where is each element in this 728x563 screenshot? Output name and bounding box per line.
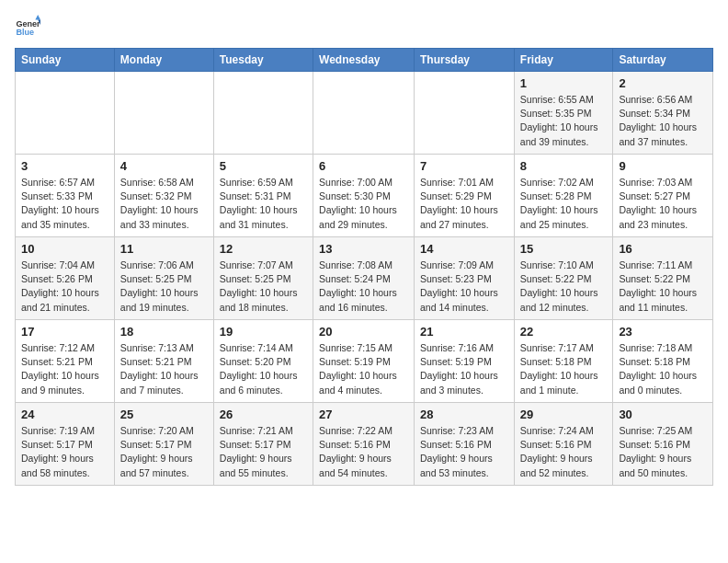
calendar-cell <box>16 72 115 155</box>
svg-text:General: General <box>16 19 40 29</box>
day-number: 23 <box>619 325 707 339</box>
day-number: 10 <box>21 242 108 256</box>
calendar-week-row: 17Sunrise: 7:12 AM Sunset: 5:21 PM Dayli… <box>16 320 713 403</box>
day-info: Sunrise: 7:09 AM Sunset: 5:23 PM Dayligh… <box>420 259 508 315</box>
calendar-cell: 7Sunrise: 7:01 AM Sunset: 5:29 PM Daylig… <box>415 155 515 237</box>
calendar-week-row: 24Sunrise: 7:19 AM Sunset: 5:17 PM Dayli… <box>16 403 713 486</box>
calendar-header-tuesday: Tuesday <box>213 49 313 72</box>
calendar-week-row: 10Sunrise: 7:04 AM Sunset: 5:26 PM Dayli… <box>16 237 713 320</box>
day-info: Sunrise: 7:13 AM Sunset: 5:21 PM Dayligh… <box>120 341 208 397</box>
calendar-cell: 29Sunrise: 7:24 AM Sunset: 5:16 PM Dayli… <box>514 403 613 486</box>
day-number: 4 <box>120 159 208 173</box>
calendar-cell <box>415 72 515 155</box>
day-info: Sunrise: 7:07 AM Sunset: 5:25 PM Dayligh… <box>220 259 307 315</box>
calendar-header-wednesday: Wednesday <box>313 49 415 72</box>
day-number: 25 <box>120 408 208 421</box>
calendar-cell <box>313 72 415 155</box>
calendar-cell: 19Sunrise: 7:14 AM Sunset: 5:20 PM Dayli… <box>213 320 313 403</box>
day-number: 20 <box>319 325 408 339</box>
calendar-cell: 5Sunrise: 6:59 AM Sunset: 5:31 PM Daylig… <box>213 155 313 237</box>
day-number: 6 <box>319 159 408 173</box>
day-info: Sunrise: 7:14 AM Sunset: 5:20 PM Dayligh… <box>220 341 307 397</box>
calendar-header-thursday: Thursday <box>415 49 515 72</box>
calendar-header-saturday: Saturday <box>613 49 713 72</box>
calendar-cell: 10Sunrise: 7:04 AM Sunset: 5:26 PM Dayli… <box>16 237 115 320</box>
day-number: 24 <box>21 408 108 421</box>
page-header: General Blue <box>15 15 713 40</box>
calendar-cell: 15Sunrise: 7:10 AM Sunset: 5:22 PM Dayli… <box>514 237 613 320</box>
day-number: 17 <box>21 325 108 339</box>
calendar-header-monday: Monday <box>114 49 213 72</box>
day-info: Sunrise: 6:57 AM Sunset: 5:33 PM Dayligh… <box>21 176 108 232</box>
calendar-cell: 24Sunrise: 7:19 AM Sunset: 5:17 PM Dayli… <box>16 403 115 486</box>
calendar-header-row: SundayMondayTuesdayWednesdayThursdayFrid… <box>16 49 713 72</box>
calendar-week-row: 3Sunrise: 6:57 AM Sunset: 5:33 PM Daylig… <box>16 155 713 237</box>
day-info: Sunrise: 7:22 AM Sunset: 5:16 PM Dayligh… <box>319 424 408 480</box>
day-info: Sunrise: 7:12 AM Sunset: 5:21 PM Dayligh… <box>21 341 108 397</box>
calendar-cell: 3Sunrise: 6:57 AM Sunset: 5:33 PM Daylig… <box>16 155 115 237</box>
calendar-cell: 26Sunrise: 7:21 AM Sunset: 5:17 PM Dayli… <box>213 403 313 486</box>
day-info: Sunrise: 7:21 AM Sunset: 5:17 PM Dayligh… <box>220 424 307 480</box>
day-info: Sunrise: 7:10 AM Sunset: 5:22 PM Dayligh… <box>520 259 608 315</box>
day-info: Sunrise: 7:01 AM Sunset: 5:29 PM Dayligh… <box>420 176 508 232</box>
day-number: 2 <box>619 76 707 90</box>
day-info: Sunrise: 7:08 AM Sunset: 5:24 PM Dayligh… <box>319 259 408 315</box>
day-number: 12 <box>220 242 307 256</box>
day-number: 30 <box>619 408 707 421</box>
day-info: Sunrise: 7:23 AM Sunset: 5:16 PM Dayligh… <box>420 424 508 480</box>
day-number: 9 <box>619 159 707 173</box>
day-number: 3 <box>21 159 108 173</box>
calendar-cell: 21Sunrise: 7:16 AM Sunset: 5:19 PM Dayli… <box>415 320 515 403</box>
calendar-cell <box>114 72 213 155</box>
calendar-week-row: 1Sunrise: 6:55 AM Sunset: 5:35 PM Daylig… <box>16 72 713 155</box>
calendar-cell: 27Sunrise: 7:22 AM Sunset: 5:16 PM Dayli… <box>313 403 415 486</box>
day-info: Sunrise: 7:20 AM Sunset: 5:17 PM Dayligh… <box>120 424 208 480</box>
day-number: 26 <box>220 408 307 421</box>
day-info: Sunrise: 6:59 AM Sunset: 5:31 PM Dayligh… <box>220 176 307 232</box>
day-info: Sunrise: 7:24 AM Sunset: 5:16 PM Dayligh… <box>520 424 608 480</box>
calendar-cell: 1Sunrise: 6:55 AM Sunset: 5:35 PM Daylig… <box>514 72 613 155</box>
day-number: 21 <box>420 325 508 339</box>
calendar-cell: 12Sunrise: 7:07 AM Sunset: 5:25 PM Dayli… <box>213 237 313 320</box>
day-number: 5 <box>220 159 307 173</box>
calendar-cell: 16Sunrise: 7:11 AM Sunset: 5:22 PM Dayli… <box>613 237 713 320</box>
calendar-cell: 14Sunrise: 7:09 AM Sunset: 5:23 PM Dayli… <box>415 237 515 320</box>
calendar-header-sunday: Sunday <box>16 49 115 72</box>
day-number: 14 <box>420 242 508 256</box>
day-info: Sunrise: 7:11 AM Sunset: 5:22 PM Dayligh… <box>619 259 707 315</box>
calendar-cell: 28Sunrise: 7:23 AM Sunset: 5:16 PM Dayli… <box>415 403 515 486</box>
calendar-cell: 13Sunrise: 7:08 AM Sunset: 5:24 PM Dayli… <box>313 237 415 320</box>
day-info: Sunrise: 7:17 AM Sunset: 5:18 PM Dayligh… <box>520 341 608 397</box>
day-info: Sunrise: 7:02 AM Sunset: 5:28 PM Dayligh… <box>520 176 608 232</box>
day-number: 11 <box>120 242 208 256</box>
day-info: Sunrise: 7:03 AM Sunset: 5:27 PM Dayligh… <box>619 176 707 232</box>
logo: General Blue <box>15 15 40 40</box>
day-info: Sunrise: 7:06 AM Sunset: 5:25 PM Dayligh… <box>120 259 208 315</box>
calendar-cell: 25Sunrise: 7:20 AM Sunset: 5:17 PM Dayli… <box>114 403 213 486</box>
day-info: Sunrise: 7:15 AM Sunset: 5:19 PM Dayligh… <box>319 341 408 397</box>
calendar-cell: 23Sunrise: 7:18 AM Sunset: 5:18 PM Dayli… <box>613 320 713 403</box>
day-number: 18 <box>120 325 208 339</box>
day-number: 13 <box>319 242 408 256</box>
calendar-cell: 11Sunrise: 7:06 AM Sunset: 5:25 PM Dayli… <box>114 237 213 320</box>
calendar-header-friday: Friday <box>514 49 613 72</box>
day-info: Sunrise: 7:18 AM Sunset: 5:18 PM Dayligh… <box>619 341 707 397</box>
day-number: 29 <box>520 408 608 421</box>
day-number: 7 <box>420 159 508 173</box>
calendar-cell: 17Sunrise: 7:12 AM Sunset: 5:21 PM Dayli… <box>16 320 115 403</box>
day-info: Sunrise: 7:25 AM Sunset: 5:16 PM Dayligh… <box>619 424 707 480</box>
calendar-cell: 20Sunrise: 7:15 AM Sunset: 5:19 PM Dayli… <box>313 320 415 403</box>
svg-text:Blue: Blue <box>16 28 34 37</box>
day-info: Sunrise: 7:16 AM Sunset: 5:19 PM Dayligh… <box>420 341 508 397</box>
day-number: 1 <box>520 76 608 90</box>
day-info: Sunrise: 6:55 AM Sunset: 5:35 PM Dayligh… <box>520 93 608 149</box>
calendar-table: SundayMondayTuesdayWednesdayThursdayFrid… <box>15 48 713 486</box>
calendar-cell: 30Sunrise: 7:25 AM Sunset: 5:16 PM Dayli… <box>613 403 713 486</box>
day-number: 15 <box>520 242 608 256</box>
svg-marker-2 <box>35 15 40 20</box>
day-info: Sunrise: 7:04 AM Sunset: 5:26 PM Dayligh… <box>21 259 108 315</box>
day-info: Sunrise: 7:00 AM Sunset: 5:30 PM Dayligh… <box>319 176 408 232</box>
day-info: Sunrise: 6:56 AM Sunset: 5:34 PM Dayligh… <box>619 93 707 149</box>
calendar-cell: 8Sunrise: 7:02 AM Sunset: 5:28 PM Daylig… <box>514 155 613 237</box>
calendar-cell: 9Sunrise: 7:03 AM Sunset: 5:27 PM Daylig… <box>613 155 713 237</box>
